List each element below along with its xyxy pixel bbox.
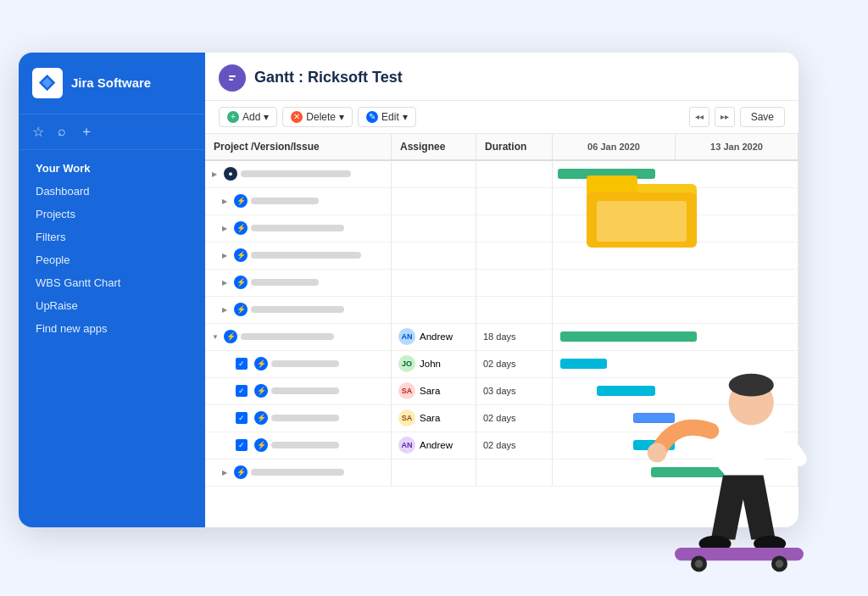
gantt-plugin-icon: [219, 64, 246, 92]
table-row-duration: [476, 270, 553, 297]
assignee-name: Andrew: [420, 440, 453, 450]
sidebar-item-find-apps[interactable]: Find new apps: [19, 317, 205, 340]
col-header-duration: Duration: [476, 134, 553, 161]
table-row[interactable]: ▼ ⚡: [205, 324, 392, 351]
table-row[interactable]: ▶ ⚡: [205, 297, 392, 324]
table-row[interactable]: ✓ ⚡: [205, 378, 392, 405]
row-expand-arrow[interactable]: ▶: [222, 198, 231, 205]
table-row[interactable]: ▶ ⚡: [205, 215, 392, 242]
table-row-duration: 02 days: [476, 432, 553, 460]
avatar-andrew2: AN: [398, 437, 415, 454]
sidebar-header: Jira Software: [19, 53, 205, 114]
svg-point-0: [226, 72, 238, 84]
row-label-placeholder: [251, 306, 344, 313]
sidebar-item-dashboard[interactable]: Dashboard: [19, 180, 205, 203]
row-checkbox[interactable]: ✓: [236, 412, 248, 424]
row-expand-arrow[interactable]: ▶: [222, 225, 231, 232]
table-row-duration: [476, 460, 553, 487]
svg-point-15: [771, 555, 787, 571]
app-name: Jira Software: [71, 75, 151, 90]
avatar-sara2: SA: [398, 409, 415, 426]
table-row[interactable]: ▶ ⚡: [205, 242, 392, 270]
row-label-placeholder: [251, 198, 319, 204]
row-checkbox[interactable]: ✓: [236, 385, 248, 397]
svg-point-14: [691, 555, 707, 571]
row-icon-blue: ⚡: [254, 438, 268, 452]
add-button[interactable]: + Add ▾: [219, 107, 277, 127]
prev-button[interactable]: ◂◂: [689, 107, 709, 127]
row-label-placeholder: [241, 333, 334, 340]
col-header-project: Project /Version/Issue: [205, 134, 392, 161]
table-row-timeline: [553, 460, 798, 487]
row-icon-blue: ⚡: [234, 465, 248, 479]
table-row[interactable]: ▶ ⚡: [205, 188, 392, 215]
edit-icon: ✎: [366, 111, 378, 123]
assignee-name: Andrew: [420, 331, 453, 342]
add-chevron-icon: ▾: [264, 111, 269, 123]
table-row[interactable]: ✓ ⚡: [205, 351, 392, 378]
plus-icon[interactable]: ＋: [80, 123, 93, 141]
table-row-duration: 18 days: [476, 324, 553, 351]
row-expand-arrow[interactable]: ▶: [222, 469, 231, 476]
content-header: Gantt : Ricksoft Test: [205, 53, 798, 101]
svg-rect-1: [229, 75, 236, 77]
gantt-bar: [558, 169, 656, 179]
sidebar-item-people[interactable]: People: [19, 248, 205, 271]
row-expand-arrow[interactable]: ▶: [222, 252, 231, 259]
gantt-bar-andrew: [560, 331, 698, 342]
sidebar: Jira Software ☆ ⌕ ＋ Your Work Dashboard …: [19, 53, 205, 527]
row-icon-blue: ⚡: [234, 194, 248, 208]
row-icon-blue: ⚡: [234, 303, 248, 316]
table-row-timeline: [553, 378, 798, 405]
search-icon[interactable]: ⌕: [58, 124, 66, 139]
table-row[interactable]: ✓ ⚡: [205, 432, 392, 460]
table-row-timeline: [553, 215, 798, 242]
row-icon-blue: ⚡: [254, 357, 268, 370]
table-row-duration: 03 days: [476, 378, 553, 405]
avatar-andrew: AN: [398, 328, 415, 345]
table-row-timeline: [553, 405, 798, 432]
sidebar-item-wbs-gantt[interactable]: WBS Gantt Chart: [19, 271, 205, 294]
row-icon-blue: ⚡: [224, 330, 237, 343]
col-header-assignee: Assignee: [392, 134, 476, 161]
table-row-timeline: [553, 270, 798, 297]
assignee-name: Sara: [420, 413, 440, 423]
table-row-assignee: AN Andrew: [392, 324, 476, 351]
app-wrapper: Jira Software ☆ ⌕ ＋ Your Work Dashboard …: [19, 36, 849, 561]
table-row[interactable]: ▶ ●: [205, 161, 392, 188]
row-checkbox[interactable]: ✓: [236, 439, 248, 451]
edit-button[interactable]: ✎ Edit ▾: [358, 107, 416, 127]
table-row[interactable]: ✓ ⚡: [205, 405, 392, 432]
table-row-assignee: SA Sara: [392, 405, 476, 432]
sidebar-item-projects[interactable]: Projects: [19, 203, 205, 226]
gantt-bar-john: [560, 359, 607, 369]
row-expand-arrow[interactable]: ▶: [222, 306, 231, 314]
svg-point-16: [695, 560, 704, 568]
gantt-bar-last: [651, 467, 725, 477]
row-checkbox[interactable]: ✓: [236, 358, 248, 370]
save-button[interactable]: Save: [740, 107, 785, 127]
row-icon-dark: ●: [224, 167, 237, 181]
row-expand-arrow[interactable]: ▶: [212, 170, 220, 178]
toolbar: + Add ▾ ✕ Delete ▾ ✎ Edit ▾ ◂◂ ▸▸ Save: [205, 101, 798, 134]
timeline-header: 06 Jan 2020 13 Jan 2020: [553, 134, 798, 161]
row-expand-arrow[interactable]: ▶: [222, 279, 231, 287]
table-row-assignee: [392, 297, 476, 324]
svg-rect-13: [675, 548, 804, 560]
table-row[interactable]: ▶ ⚡: [205, 270, 392, 297]
next-button[interactable]: ▸▸: [715, 107, 735, 127]
star-icon[interactable]: ☆: [32, 124, 44, 140]
avatar-sara: SA: [398, 382, 415, 399]
gantt-bar-sara2: [633, 413, 675, 423]
table-row-assignee: [392, 270, 476, 297]
table-row[interactable]: ▶ ⚡: [205, 460, 392, 487]
table-row-assignee: [392, 215, 476, 242]
row-expand-arrow[interactable]: ▼: [212, 333, 220, 341]
delete-icon: ✕: [291, 111, 303, 123]
sidebar-nav: Your Work Dashboard Projects Filters Peo…: [19, 150, 205, 347]
sidebar-item-filters[interactable]: Filters: [19, 226, 205, 248]
delete-button[interactable]: ✕ Delete ▾: [282, 107, 353, 127]
sidebar-item-your-work[interactable]: Your Work: [19, 157, 205, 180]
sidebar-item-upraise[interactable]: UpRaise: [19, 294, 205, 317]
row-icon-blue: ⚡: [254, 384, 268, 398]
